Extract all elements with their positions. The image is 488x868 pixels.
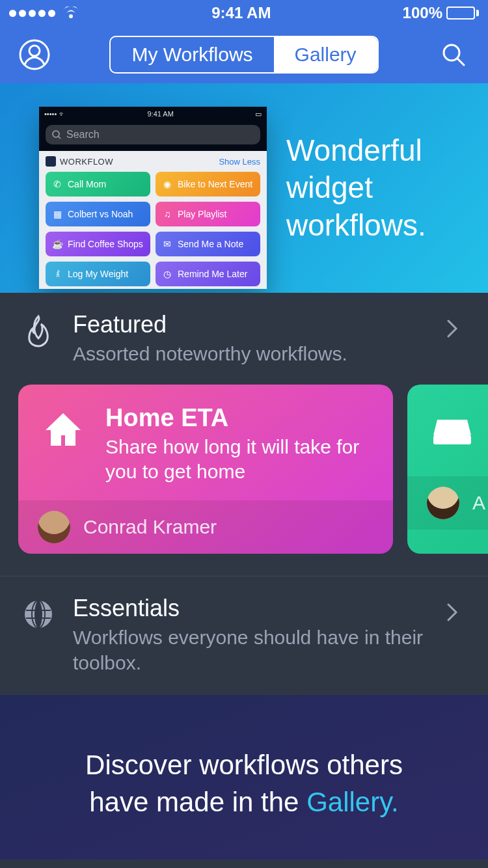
mini-btn-call-mom: ✆Call Mom (46, 172, 150, 197)
clock-icon: ◷ (162, 269, 172, 279)
card-author: A (472, 492, 485, 514)
mini-btn-remind: ◷Remind Me Later (156, 262, 260, 286)
mini-signal-icon: ••••• ᯤ (44, 110, 66, 118)
svg-line-5 (59, 137, 61, 139)
status-bar: 9:41 AM 100% (0, 0, 488, 26)
mini-time: 9:41 AM (147, 110, 173, 118)
mail-icon: ✉ (162, 239, 172, 249)
svg-point-1 (29, 46, 40, 56)
essentials-title: Essentials (73, 595, 428, 622)
mini-btn-playlist: ♫Play Playlist (156, 202, 260, 226)
mini-btn-note: ✉Send Me a Note (156, 232, 260, 256)
discover-text: Discover workflows others have made in t… (39, 747, 449, 821)
drive-icon (427, 404, 478, 455)
avatar (427, 487, 459, 519)
battery-icon (446, 7, 479, 20)
card-author: Conrad Kramer (83, 516, 217, 538)
mini-search-field: Search (46, 125, 260, 144)
card-desc: Share how long it will take for you to g… (105, 435, 373, 483)
mini-workflow-icon (46, 156, 56, 167)
pin-icon: ◉ (162, 179, 172, 189)
essentials-subtitle: Workflows everyone should have in their … (73, 625, 428, 675)
music-icon: ♫ (162, 209, 172, 219)
battery-percent: 100% (403, 4, 442, 22)
globe-icon (22, 595, 55, 634)
card-home-eta[interactable]: Home ETA Share how long it will take for… (18, 385, 393, 554)
svg-line-3 (457, 59, 464, 65)
svg-rect-6 (433, 435, 471, 444)
featured-cards[interactable]: Home ETA Share how long it will take for… (18, 385, 470, 576)
wifi-icon (62, 7, 80, 20)
nav-bar: My Workflows Gallery (0, 26, 488, 83)
discover-banner: Discover workflows others have made in t… (0, 695, 488, 860)
hero-title: Wonderful widget workflows. (286, 132, 426, 245)
mini-battery-icon: ▭ (255, 110, 262, 118)
mini-btn-bike: ◉Bike to Next Event (156, 172, 260, 197)
hero-banner[interactable]: ••••• ᯤ 9:41 AM ▭ Search WORKFLOW Show L… (0, 83, 488, 293)
home-icon (38, 404, 88, 455)
tv-icon: ▦ (52, 209, 62, 219)
signal-dots-icon (9, 10, 55, 17)
segmented-control: My Workflows Gallery (109, 36, 378, 74)
mini-btn-weight: 𐀪Log My Weight (46, 262, 150, 286)
card-secondary[interactable]: P D A (407, 385, 488, 554)
chevron-right-icon (446, 319, 466, 338)
search-icon[interactable] (437, 38, 470, 71)
phone-icon: ✆ (52, 179, 62, 189)
mini-widget-title: WORKFLOW (60, 157, 113, 167)
cup-icon: ☕ (52, 239, 62, 249)
tab-gallery[interactable]: Gallery (274, 37, 377, 72)
person-icon: 𐀪 (52, 269, 62, 279)
featured-title: Featured (73, 311, 428, 338)
hero-preview-phone: ••••• ᯤ 9:41 AM ▭ Search WORKFLOW Show L… (39, 107, 267, 289)
flame-icon (22, 311, 55, 350)
svg-point-4 (53, 131, 59, 137)
section-featured: Featured Assorted noteworthy workflows. … (0, 293, 488, 576)
chevron-right-icon (446, 603, 466, 622)
status-time: 9:41 AM (211, 4, 271, 22)
avatar (38, 511, 70, 543)
mini-btn-colbert: ▦Colbert vs Noah (46, 202, 150, 226)
mini-search-placeholder: Search (66, 129, 100, 141)
mini-btn-coffee: ☕Find Coffee Shops (46, 232, 150, 256)
section-featured-header[interactable]: Featured Assorted noteworthy workflows. (22, 311, 466, 366)
profile-icon[interactable] (18, 38, 51, 71)
tab-my-workflows[interactable]: My Workflows (111, 37, 273, 72)
discover-highlight: Gallery. (306, 787, 399, 817)
card-title: Home ETA (105, 404, 373, 432)
section-essentials: Essentials Workflows everyone should hav… (0, 576, 488, 695)
section-essentials-header[interactable]: Essentials Workflows everyone should hav… (22, 595, 466, 675)
mini-show-less: Show Less (219, 157, 260, 167)
featured-subtitle: Assorted noteworthy workflows. (73, 341, 428, 366)
